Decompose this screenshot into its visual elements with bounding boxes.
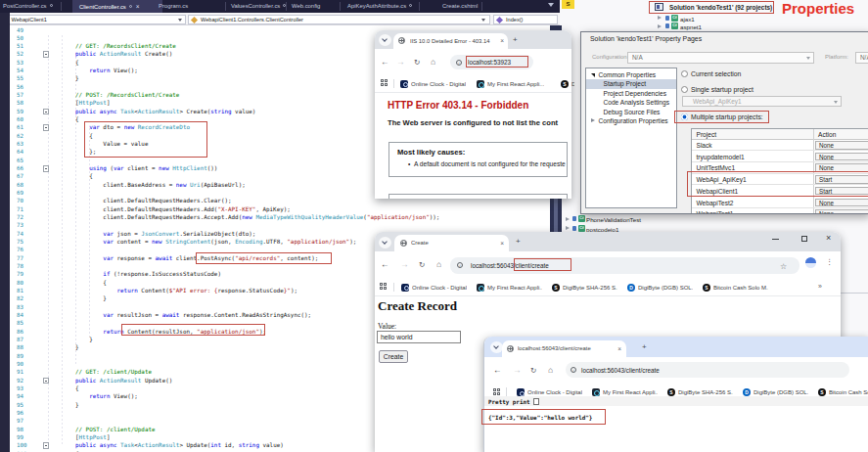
project-name-cell[interactable]: WebapiTest2: [697, 200, 734, 206]
window-minimize-button[interactable]: [772, 239, 779, 240]
project-name-cell[interactable]: Slack: [697, 142, 712, 149]
solution-explorer-item[interactable]: aspnet1: [680, 23, 702, 31]
browser-tab[interactable]: localhost:56043/client/create ×: [502, 340, 626, 357]
dialog-tree-item[interactable]: Project Dependencies: [586, 89, 676, 98]
tab-search-button[interactable]: [379, 34, 391, 46]
bookmark-item[interactable]: DDigiByte (DGB) SOL...: [627, 284, 693, 292]
window-close-button[interactable]: ×: [826, 234, 831, 242]
bookmark-item[interactable]: SBitcoin Cash Solo M...: [703, 284, 768, 292]
bookmark-item[interactable]: My First React Appli...: [592, 388, 658, 396]
dialog-tree-item[interactable]: Configuration Properties: [586, 116, 676, 125]
new-tab-button[interactable]: +: [513, 36, 518, 44]
document-list-chevron-icon[interactable]: [548, 3, 554, 7]
tab-close-icon[interactable]: ×: [136, 0, 140, 13]
bookmark-item[interactable]: SBitcoin Cash So: [818, 388, 868, 396]
platform-dropdown[interactable]: N/A: [855, 52, 868, 64]
editor-tab-web-config[interactable]: Web.config: [292, 0, 320, 13]
editor-tab-program-cs[interactable]: Program.cs: [159, 0, 188, 13]
project-dropdown[interactable]: WebapiClient1: [1, 15, 186, 24]
browser-tab[interactable]: IIS 10.0 Detailed Error - 403.14 ×: [393, 33, 508, 49]
fold-collapse-box[interactable]: [43, 442, 50, 449]
dialog-tree-item[interactable]: Debug Source Files: [586, 108, 676, 116]
site-info-icon[interactable]: i: [571, 367, 576, 373]
action-dropdown-cell[interactable]: None: [815, 209, 868, 214]
project-name-cell[interactable]: WebapiTest1: [697, 210, 734, 214]
editor-tab-postcontroller-cs[interactable]: PostController.cs: [3, 0, 53, 13]
fold-collapse-box[interactable]: [43, 165, 50, 172]
dialog-tree-item[interactable]: Common Properties: [586, 70, 676, 79]
back-button[interactable]: ←: [381, 260, 389, 269]
browser-menu-icon[interactable]: ⋮: [826, 257, 834, 266]
bookmark-item[interactable]: SDigiByte SHA-256 S...: [667, 388, 733, 396]
apps-grid-icon[interactable]: [493, 388, 500, 395]
tab-close-icon[interactable]: ×: [500, 38, 504, 44]
editor-tab-create-cshtml[interactable]: Create.cshtml: [442, 0, 478, 13]
dialog-tree-item[interactable]: Startup Project: [586, 79, 676, 88]
tab-close-icon[interactable]: ×: [500, 241, 504, 247]
create-button[interactable]: Create: [379, 350, 408, 363]
bookmark-item[interactable]: SD: [561, 80, 574, 88]
tree-expand-icon[interactable]: [658, 24, 662, 28]
fold-collapse-box[interactable]: [43, 378, 50, 384]
action-dropdown-cell[interactable]: None: [815, 153, 868, 161]
reload-button[interactable]: ↻: [530, 366, 536, 375]
editor-tab-clientcontroller-cs[interactable]: ClientController.cs×: [79, 0, 140, 13]
browser-tab[interactable]: Create ×: [394, 235, 509, 251]
bookmark-item[interactable]: My First React Appli...: [477, 80, 551, 88]
site-info-icon[interactable]: i: [457, 262, 463, 268]
apps-grid-icon[interactable]: [380, 283, 387, 290]
address-bar[interactable]: i localhost:56043/client/create ☆: [450, 257, 799, 274]
home-button[interactable]: ⌂: [548, 366, 553, 375]
pin-icon[interactable]: [50, 4, 53, 7]
forward-button[interactable]: →: [400, 260, 409, 269]
pin-icon[interactable]: [129, 5, 132, 8]
bookmark-item[interactable]: SDigiByte SHA-256 S...: [552, 284, 617, 292]
tab-close-icon[interactable]: ×: [617, 346, 621, 352]
home-button[interactable]: ⌂: [431, 58, 435, 67]
value-input[interactable]: hello world: [377, 331, 461, 343]
editor-tab-apikeyauthattribute-cs[interactable]: ApiKeyAuthAttribute.cs: [347, 0, 412, 13]
bookmark-star-icon[interactable]: ☆: [780, 262, 787, 271]
action-dropdown-cell[interactable]: None: [815, 141, 868, 150]
radio-current-selection[interactable]: [681, 70, 688, 77]
bookmark-item[interactable]: My First React Appli...: [477, 284, 542, 292]
tree-expand-icon[interactable]: [658, 16, 662, 20]
bookmark-item[interactable]: DDigiByte (DGB) SOL...: [743, 388, 808, 396]
forward-button[interactable]: →: [513, 366, 522, 375]
fold-collapse-box[interactable]: [43, 109, 50, 115]
bookmarks-overflow-icon[interactable]: »: [818, 282, 822, 291]
tab-search-button[interactable]: [379, 237, 391, 249]
back-button[interactable]: ←: [493, 366, 502, 375]
address-bar[interactable]: i localhost:56043/client/create: [566, 362, 849, 378]
tree-expand-icon[interactable]: [566, 217, 570, 221]
member-dropdown[interactable]: Index(): [493, 15, 558, 24]
bookmark-item[interactable]: Online Clock - Digital: [401, 284, 467, 292]
single-startup-project-dropdown[interactable]: WebApi_ApiKey1: [682, 96, 842, 107]
reload-button[interactable]: ↻: [419, 260, 425, 269]
tree-expand-icon[interactable]: [566, 226, 570, 230]
configuration-dropdown[interactable]: N/A: [627, 52, 814, 64]
window-maximize-button[interactable]: [801, 236, 807, 242]
pin-icon[interactable]: [409, 4, 412, 7]
fold-collapse-box[interactable]: [43, 124, 50, 131]
home-button[interactable]: ⌂: [436, 260, 441, 269]
project-name-cell[interactable]: tryupdatemodel1: [697, 154, 745, 160]
type-dropdown[interactable]: WebapiClient1.Controllers.ClientControll…: [188, 15, 490, 24]
new-tab-button[interactable]: +: [516, 238, 521, 246]
action-dropdown-cell[interactable]: None: [815, 199, 868, 207]
dialog-tree-item[interactable]: Code Analysis Settings: [586, 98, 676, 107]
editor-tab-valuescontroller-cs[interactable]: ValuesController.cs: [231, 0, 286, 13]
reload-button[interactable]: ↻: [414, 58, 420, 67]
browser-profile-avatar[interactable]: [805, 257, 816, 268]
back-button[interactable]: ←: [381, 58, 389, 67]
pretty-print-checkbox[interactable]: [533, 398, 540, 405]
solution-explorer-item[interactable]: PhoneValidationTest: [586, 215, 641, 224]
site-info-icon[interactable]: i: [456, 60, 462, 66]
bookmark-item[interactable]: Online Clock - Digital: [400, 80, 467, 88]
bookmark-item[interactable]: Online Clock - Digital: [517, 388, 582, 396]
new-tab-button[interactable]: +: [642, 343, 647, 351]
fold-collapse-box[interactable]: [43, 51, 50, 58]
forward-button[interactable]: →: [396, 58, 405, 67]
radio-single-startup[interactable]: [681, 86, 688, 93]
apps-grid-icon[interactable]: [381, 79, 388, 86]
